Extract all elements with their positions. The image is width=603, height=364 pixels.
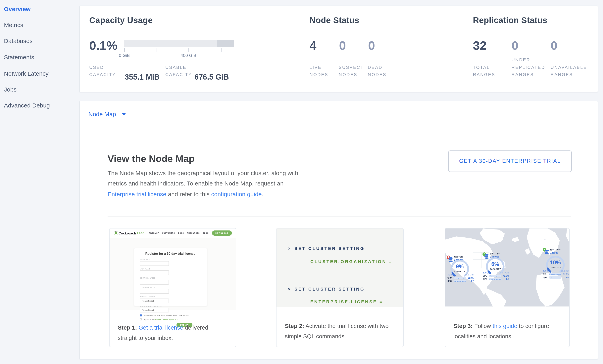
field-label-first-name: FIRST NAME: [140, 258, 169, 260]
capacity-usage-bar: [124, 40, 234, 47]
get-trial-license-link[interactable]: Get a trial license: [139, 324, 183, 331]
sparkline: [549, 276, 561, 279]
page-title: View the Node Map: [108, 153, 195, 164]
sql-argument-2: ENTERPRISE.LICENSE =: [310, 299, 383, 304]
qps-label: QPS: [483, 278, 488, 280]
capacity-label: CAPACITY: [450, 270, 469, 273]
first-name-input: [140, 261, 169, 266]
overview-content-card: Node Map View the Node Map The Node Map …: [79, 100, 598, 359]
qps-value: 0.0: [566, 276, 569, 279]
this-guide-link[interactable]: this guide: [493, 323, 517, 329]
cpu-label: CPU: [543, 273, 548, 276]
last-name-input: [140, 270, 169, 275]
preview-nav-blog: BLOG: [203, 232, 209, 234]
step-text-fragment: Follow: [473, 323, 493, 329]
cpu-value: 42.5%: [503, 275, 509, 277]
sidebar-item-jobs[interactable]: Jobs: [4, 86, 17, 94]
capacity-percent: 10%: [546, 260, 565, 265]
cpu-row: CPU 11.0%: [447, 277, 474, 279]
email-updates-checkbox: [140, 314, 142, 316]
preview-nav-customers: CUSTOMERS: [162, 232, 175, 234]
capacity-used: 3.6 GiB: [543, 270, 551, 272]
sparkline: [454, 280, 466, 282]
step-1-text: Step 1: Get a trial license delivered st…: [109, 322, 236, 347]
total-ranges-label: TOTAL RANGES: [473, 64, 501, 78]
step-card-sql-commands: >SET CLUSTER SETTING CLUSTER.ORGANIZATIO…: [276, 228, 404, 347]
sidebar-item-advanced-debug[interactable]: Advanced Debug: [4, 101, 50, 110]
sparkline: [549, 273, 561, 276]
enterprise-trial-license-link[interactable]: Enterprise trial license: [108, 190, 166, 197]
axis-tick: [221, 48, 221, 52]
axis-tick-label-0: 0 GiB: [119, 53, 130, 57]
sql-statement-2: >SET CLUSTER SETTING: [288, 287, 365, 291]
node-map-dropdown[interactable]: Node Map: [88, 110, 126, 117]
axis-tick: [188, 48, 189, 52]
capacity-values-row: 3.6 GiB 34.4 GiB: [543, 270, 569, 272]
sidebar-item-network-latency[interactable]: Network Latency: [4, 70, 48, 78]
capacity-reserved-segment: [217, 40, 234, 47]
sql-commands-preview: >SET CLUSTER SETTING CLUSTER.ORGANIZATIO…: [277, 229, 403, 307]
sidebar-item-metrics[interactable]: Metrics: [4, 21, 23, 29]
qps-row: QPS 0.0: [543, 276, 569, 279]
unavailable-ranges-value: 0: [551, 38, 557, 53]
configuration-guide-link[interactable]: configuration guide: [211, 190, 262, 197]
capacity-percent: 9%: [450, 264, 469, 269]
section-divider: [108, 216, 571, 217]
cluster-summary-card: Capacity Usage 0.1% 0 GiB 400 GiB USED C…: [79, 5, 598, 92]
brand-suffix-text: LABS: [137, 232, 145, 234]
view-selector-row: Node Map: [80, 101, 598, 127]
trial-license-form-preview: Register for a 30-day trial license FIRS…: [134, 248, 207, 306]
agreement-text: I agree to the: [143, 319, 154, 320]
capacity-values-row: 3.7 GiB 65.7 GiB: [483, 271, 509, 274]
software-license-agreement-link: Software License Agreement.: [154, 319, 178, 320]
license-agreement-checkbox: [140, 319, 142, 320]
step-text-fragment: [137, 324, 139, 331]
sidebar-item-overview[interactable]: Overview: [4, 5, 31, 13]
node-map-dropdown-label: Node Map: [88, 110, 116, 117]
sparkline: [489, 278, 501, 280]
form-title: Register for a 30-day trial license: [140, 252, 201, 255]
node-map-description: The Node Map shows the geographical layo…: [108, 168, 299, 199]
qps-row: QPS 0.0: [483, 278, 509, 280]
database-stack-icon: [544, 250, 549, 255]
registration-page-preview: Cockroach LABS PRODUCT CUSTOMERS DOCS RE…: [109, 229, 236, 310]
step-2-label: Step 2:: [285, 323, 304, 329]
company-email-input: [140, 289, 169, 294]
cockroach-bug-icon: [114, 231, 117, 235]
capacity-label: CAPACITY: [546, 266, 565, 269]
qps-row: QPS 4.7: [447, 280, 474, 282]
capacity-total: 35.1 GiB: [465, 274, 474, 276]
description-text: The Node Map shows the geographical layo…: [108, 169, 298, 187]
step-card-trial-license: Cockroach LABS PRODUCT CUSTOMERS DOCS RE…: [109, 228, 236, 347]
sidebar-item-databases[interactable]: Databases: [4, 37, 33, 45]
brand-text: Cockroach: [118, 231, 136, 235]
used-capacity-label: USED CAPACITY: [89, 64, 120, 78]
capacity-usage-percent: 0.1%: [89, 38, 117, 53]
preview-site-header: Cockroach LABS PRODUCT CUSTOMERS DOCS RE…: [109, 229, 236, 238]
sparkline: [454, 277, 466, 279]
field-label-company-name: COMPANY NAME: [140, 277, 169, 279]
get-enterprise-trial-button[interactable]: GET A 30-DAY ENTERPRISE TRIAL: [448, 150, 572, 172]
suspect-nodes-value: 0: [339, 38, 346, 53]
capacity-total: 65.7 GiB: [500, 271, 509, 274]
sql-argument-1: CLUSTER.ORGANIZATION =: [310, 259, 393, 264]
axis-tick-label-400: 400 GiB: [180, 53, 197, 57]
email-updates-label: I would like to receive email updates ab…: [143, 314, 190, 316]
axis-tick: [124, 48, 125, 52]
cpu-row: CPU 12.3%: [543, 273, 569, 276]
qps-label: QPS: [543, 276, 548, 279]
capacity-usage-title: Capacity Usage: [89, 15, 153, 25]
under-replicated-ranges-value: 0: [511, 38, 519, 53]
used-capacity-value: 355.1 MiB: [125, 73, 160, 81]
dead-nodes-value: 0: [368, 38, 375, 53]
cpu-value: 12.3%: [563, 273, 569, 276]
unavailable-ranges-label: UNAVAILABLE RANGES: [551, 64, 588, 78]
step-3-text: Step 3: Follow this guide to configure l…: [445, 321, 569, 347]
description-text: .: [262, 190, 263, 197]
capacity-values-row: 3.2 GiB 35.1 GiB: [447, 274, 474, 276]
preview-nav-resources: RESOURCES: [187, 232, 200, 234]
admin-console-page: Overview Metrics Databases Statements Ne…: [0, 0, 603, 364]
sidebar-item-statements[interactable]: Statements: [4, 53, 34, 61]
description-text: and refer to this: [166, 190, 211, 197]
field-label-company-email: COMPANY EMAIL: [140, 286, 169, 288]
